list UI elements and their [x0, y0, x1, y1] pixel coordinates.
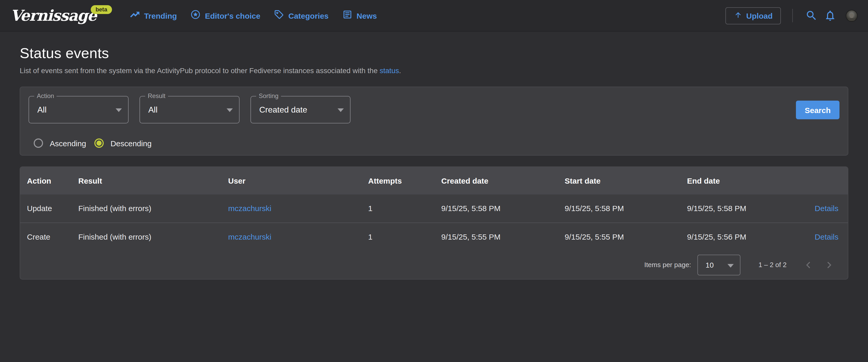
details-link[interactable]: Details [815, 232, 838, 241]
brand-name: Vernissage [10, 8, 96, 23]
cell-start-date: 9/15/25, 5:55 PM [558, 222, 680, 250]
cell-result: Finished (with errors) [71, 222, 221, 250]
chevron-right-icon [824, 260, 834, 270]
radio-descending-label: Descending [111, 139, 151, 148]
table-row: Create Finished (with errors) mczachursk… [20, 222, 848, 250]
bell-icon [824, 9, 836, 22]
cell-start-date: 9/15/25, 5:58 PM [558, 194, 680, 222]
cell-end-date: 9/15/25, 5:58 PM [680, 194, 772, 222]
main-content: Status events List of events sent from t… [0, 45, 868, 279]
cell-created-date: 9/15/25, 5:55 PM [435, 222, 558, 250]
cell-end-date: 9/15/25, 5:56 PM [680, 222, 772, 250]
radio-descending-circle [94, 139, 104, 148]
topbar-divider [792, 9, 793, 22]
result-select-label: Result [145, 92, 168, 100]
radio-ascending-circle [34, 139, 43, 148]
cell-result: Finished (with errors) [71, 194, 221, 222]
chevron-left-icon [803, 260, 813, 270]
radio-descending[interactable]: Descending [94, 139, 151, 148]
user-avatar[interactable] [846, 9, 858, 22]
page-title: Status events [20, 45, 848, 62]
cell-user: mczachurski [221, 222, 362, 250]
paginator-range-label: 1 – 2 of 2 [758, 261, 786, 269]
items-per-page-label: Items per page: [644, 261, 691, 269]
cell-details: Details [772, 222, 848, 250]
chevron-down-icon [338, 109, 344, 112]
search-submit-button[interactable]: Search [796, 101, 839, 119]
cell-user: mczachurski [221, 194, 362, 222]
table-paginator: Items per page: 10 1 – 2 of 2 [20, 250, 848, 279]
status-events-table: Action Result User Attempts Created date… [20, 167, 848, 250]
user-link[interactable]: mczachurski [228, 204, 272, 213]
details-link[interactable]: Details [815, 204, 838, 213]
next-page-button[interactable] [819, 254, 839, 275]
nav-item-label: News [356, 11, 377, 20]
radio-ascending-label: Ascending [50, 139, 86, 148]
news-icon [342, 9, 352, 22]
nav-item-label: Categories [288, 11, 329, 20]
page-description-period: . [399, 66, 401, 75]
chevron-down-icon [727, 264, 734, 267]
cell-details: Details [772, 194, 848, 222]
chevron-down-icon [116, 109, 122, 112]
vernissage-app: Vernissage beta Trending Ed [0, 0, 868, 362]
star-circle-icon [190, 9, 201, 22]
col-header-user: User [221, 167, 362, 194]
col-header-end-date: End date [680, 167, 772, 194]
trending-up-icon [130, 9, 140, 22]
cell-attempts: 1 [362, 222, 435, 250]
cell-action: Create [20, 222, 71, 250]
topbar-actions: Upload [725, 6, 858, 25]
nav-item-label: Editor's choice [205, 11, 260, 20]
search-icon [805, 9, 818, 22]
chevron-down-icon [226, 109, 233, 112]
user-link[interactable]: mczachurski [228, 232, 272, 241]
nav-item-trending[interactable]: Trending [130, 9, 177, 22]
col-header-attempts: Attempts [362, 167, 435, 194]
items-per-page-select[interactable]: 10 [698, 254, 740, 275]
col-header-start-date: Start date [558, 167, 680, 194]
search-button[interactable] [802, 6, 821, 25]
result-select[interactable]: Result All [140, 96, 240, 123]
items-per-page-value: 10 [698, 261, 714, 269]
sorting-select[interactable]: Sorting Created date [250, 96, 350, 123]
upload-button-label: Upload [746, 11, 773, 20]
sorting-select-value: Created date [251, 105, 307, 114]
cell-created-date: 9/15/25, 5:58 PM [435, 194, 558, 222]
cell-attempts: 1 [362, 194, 435, 222]
nav-item-editors-choice[interactable]: Editor's choice [190, 9, 260, 22]
action-select-value: All [29, 105, 46, 114]
page-description-text: List of events sent from the system via … [20, 66, 379, 75]
cell-action: Update [20, 194, 71, 222]
filters-panel: Action All Result All Sorting Created da… [20, 87, 848, 156]
status-link[interactable]: status [379, 66, 399, 75]
nav-item-categories[interactable]: Categories [274, 9, 329, 22]
previous-page-button[interactable] [798, 254, 819, 275]
col-header-action: Action [20, 167, 71, 194]
avatar-portrait-icon [846, 13, 857, 21]
status-events-table-card: Action Result User Attempts Created date… [20, 167, 848, 279]
table-header-row: Action Result User Attempts Created date… [20, 167, 848, 194]
top-navbar: Vernissage beta Trending Ed [0, 0, 868, 32]
sorting-select-label: Sorting [256, 92, 281, 100]
main-nav: Trending Editor's choice [130, 9, 377, 22]
page-description: List of events sent from the system via … [20, 66, 848, 75]
upload-arrow-icon [734, 10, 743, 21]
upload-button[interactable]: Upload [725, 7, 781, 24]
brand-logo[interactable]: Vernissage beta [10, 8, 96, 23]
action-select[interactable]: Action All [29, 96, 129, 123]
nav-item-label: Trending [144, 11, 177, 20]
filter-fields-row: Action All Result All Sorting Created da… [29, 96, 839, 123]
notifications-button[interactable] [821, 6, 839, 25]
nav-item-news[interactable]: News [342, 9, 377, 22]
col-header-created-date: Created date [435, 167, 558, 194]
col-header-result: Result [71, 167, 221, 194]
col-header-details [772, 167, 848, 194]
beta-badge: beta [91, 5, 112, 14]
sort-direction-radios: Ascending Descending [34, 139, 839, 148]
radio-ascending[interactable]: Ascending [34, 139, 86, 148]
table-row: Update Finished (with errors) mczachursk… [20, 194, 848, 222]
tag-heart-icon [274, 9, 284, 22]
action-select-label: Action [34, 92, 57, 100]
result-select-value: All [140, 105, 158, 114]
